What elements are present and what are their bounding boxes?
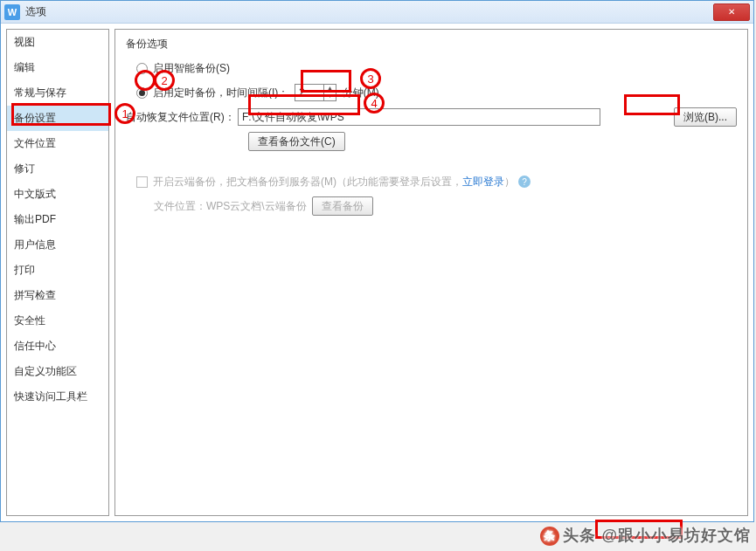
cloud-path-value: WPS云文档\云端备份 (206, 199, 307, 214)
spinner-down-icon[interactable]: ▼ (324, 93, 336, 100)
sidebar-item-customize-ribbon[interactable]: 自定义功能区 (7, 359, 108, 384)
spinner-up-icon[interactable]: ▲ (324, 85, 336, 93)
cloud-backup-checkbox[interactable] (136, 176, 148, 188)
sidebar-item-chinese-typeset[interactable]: 中文版式 (7, 182, 108, 207)
view-backup-files-button[interactable]: 查看备份文件(C) (248, 132, 345, 151)
watermark-logo-icon: 条 (540, 527, 559, 546)
sidebar-item-security[interactable]: 安全性 (7, 308, 108, 334)
section-title-backup: 备份选项 (126, 37, 737, 52)
sidebar-item-quick-access[interactable]: 快速访问工具栏 (7, 384, 108, 410)
close-icon: ✕ (728, 7, 735, 17)
close-button[interactable]: ✕ (713, 3, 750, 21)
sidebar-item-file-location[interactable]: 文件位置 (7, 131, 108, 156)
sidebar-item-general-save[interactable]: 常规与保存 (7, 80, 108, 106)
cloud-path-label: 文件位置： (154, 199, 206, 214)
view-cloud-backup-button[interactable]: 查看备份 (312, 196, 373, 216)
sidebar-item-spellcheck[interactable]: 拼写检查 (7, 283, 108, 308)
main-panel: 备份选项 启用智能备份(S) 启用定时备份，时间间隔(I)： 2 ▲ ▼ 分钟(… (114, 29, 748, 516)
interval-value: 2 (295, 86, 323, 99)
smart-backup-label: 启用智能备份(S) (153, 61, 230, 76)
sidebar-item-backup-settings[interactable]: 备份设置 (7, 106, 108, 131)
titlebar: W 选项 ✕ (1, 1, 753, 24)
sidebar-item-user-info[interactable]: 用户信息 (7, 232, 108, 258)
cloud-backup-text: 开启云端备份，把文档备份到服务器(M)（此功能需要登录后设置， (153, 175, 462, 189)
watermark: 条头条 @跟小小易坊好文馆 (540, 525, 751, 546)
timed-backup-radio[interactable] (136, 87, 148, 99)
recover-path-input[interactable]: F:\文件自动恢复\WPS (238, 108, 600, 126)
sidebar-item-revision[interactable]: 修订 (7, 156, 108, 182)
recover-path-label: 自动恢复文件位置(R)： (126, 110, 235, 125)
watermark-text: 头条 @跟小小易坊好文馆 (563, 527, 751, 544)
interval-unit: 分钟(M) (343, 86, 379, 100)
browse-button[interactable]: 浏览(B)... (674, 107, 737, 127)
sidebar-item-edit[interactable]: 编辑 (7, 55, 108, 80)
help-icon[interactable]: ? (518, 176, 531, 188)
smart-backup-radio[interactable] (136, 63, 148, 74)
cloud-backup-tail: ） (504, 175, 515, 189)
sidebar-item-trust-center[interactable]: 信任中心 (7, 334, 108, 359)
app-logo: W (4, 4, 20, 20)
sidebar-item-print[interactable]: 打印 (7, 258, 108, 283)
dialog-title: 选项 (25, 4, 713, 19)
login-link[interactable]: 立即登录 (462, 175, 504, 189)
sidebar-item-output-pdf[interactable]: 输出PDF (7, 207, 108, 232)
interval-spinner[interactable]: 2 ▲ ▼ (295, 84, 336, 101)
sidebar-item-view[interactable]: 视图 (7, 30, 108, 55)
sidebar: 视图 编辑 常规与保存 备份设置 文件位置 修订 中文版式 输出PDF 用户信息… (6, 29, 109, 516)
timed-backup-label: 启用定时备份，时间间隔(I)： (153, 86, 288, 100)
